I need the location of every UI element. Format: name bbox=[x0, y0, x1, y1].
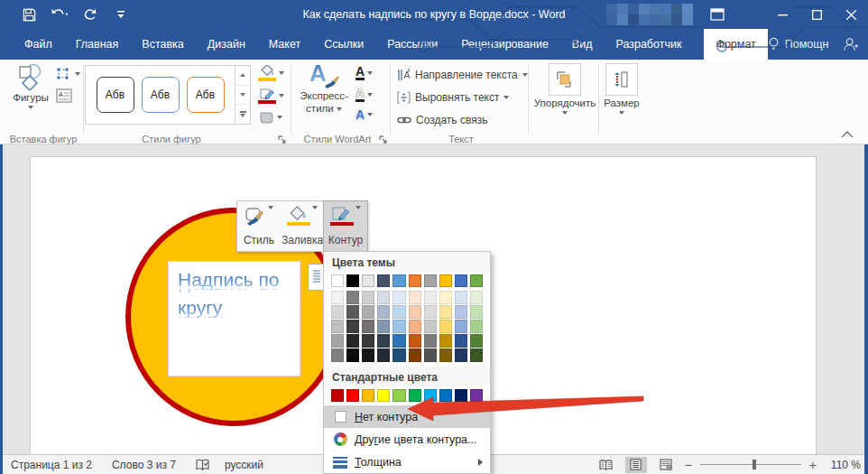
standard-color-swatch-3[interactable] bbox=[362, 389, 374, 402]
theme-variant-swatch-c7-r1[interactable] bbox=[424, 291, 437, 304]
theme-variant-swatch-c1-r2[interactable] bbox=[331, 305, 344, 319]
undo-icon[interactable] bbox=[49, 4, 70, 25]
standard-color-swatch-1[interactable] bbox=[331, 389, 344, 402]
shape-styles-dialog-launcher-icon[interactable] bbox=[278, 135, 287, 144]
theme-color-swatch-1[interactable] bbox=[331, 274, 344, 287]
tab-макет[interactable]: Макет bbox=[257, 29, 312, 60]
theme-color-swatch-10[interactable] bbox=[470, 274, 483, 287]
gallery-scroll-down-icon[interactable] bbox=[235, 86, 250, 106]
menu-item-weight[interactable]: Толщина bbox=[324, 451, 490, 473]
theme-variant-swatch-c4-r5[interactable] bbox=[377, 349, 390, 362]
theme-variant-swatch-c4-r4[interactable] bbox=[377, 334, 390, 348]
theme-color-swatch-6[interactable] bbox=[409, 274, 421, 287]
theme-variant-swatch-c2-r2[interactable] bbox=[346, 305, 359, 319]
theme-variant-swatch-c10-r5[interactable] bbox=[470, 349, 483, 362]
theme-variant-swatch-c5-r5[interactable] bbox=[392, 349, 405, 362]
customize-qat-icon[interactable] bbox=[110, 4, 132, 25]
theme-variant-swatch-c5-r3[interactable] bbox=[392, 320, 405, 333]
theme-variant-swatch-c6-r4[interactable] bbox=[409, 334, 421, 348]
standard-color-swatch-10[interactable] bbox=[470, 389, 483, 402]
text-effects-button[interactable]: А bbox=[356, 109, 373, 120]
theme-variant-swatch-c1-r1[interactable] bbox=[331, 291, 344, 304]
tab-рассылки[interactable]: Рассылки bbox=[375, 29, 449, 60]
minimize-icon[interactable] bbox=[765, 0, 799, 29]
size-button[interactable]: Размер bbox=[603, 63, 641, 115]
shape-fill-button[interactable] bbox=[258, 65, 284, 81]
theme-variant-swatch-c3-r5[interactable] bbox=[362, 349, 374, 362]
print-layout-view-button[interactable] bbox=[625, 457, 647, 473]
theme-variant-swatch-c4-r2[interactable] bbox=[377, 305, 390, 319]
text-direction-button[interactable]: Направление текста bbox=[397, 69, 528, 81]
theme-variant-swatch-c9-r3[interactable] bbox=[455, 320, 467, 333]
wordart-dialog-launcher-icon[interactable] bbox=[379, 135, 388, 144]
read-mode-view-button[interactable] bbox=[596, 457, 617, 473]
theme-variant-swatch-c10-r2[interactable] bbox=[470, 305, 483, 319]
menu-item-no-outline[interactable]: Нет контура bbox=[324, 405, 490, 428]
theme-color-swatch-5[interactable] bbox=[392, 274, 405, 287]
theme-variant-swatch-c2-r4[interactable] bbox=[346, 334, 359, 348]
tab-файл[interactable]: Файл bbox=[13, 29, 64, 60]
wordart-quick-styles-button[interactable]: А Экспресс- стили bbox=[298, 63, 350, 114]
tab-разработчик[interactable]: Разработчик bbox=[604, 29, 693, 60]
theme-variant-swatch-c2-r3[interactable] bbox=[346, 320, 359, 333]
edit-shape-button[interactable] bbox=[56, 67, 80, 81]
wordart-text-box[interactable]: Надпись по Надпись по кругу кругу bbox=[168, 261, 300, 376]
create-link-button[interactable]: Создать связь bbox=[397, 114, 487, 126]
theme-variant-swatch-c9-r5[interactable] bbox=[455, 349, 467, 362]
standard-color-swatch-6[interactable] bbox=[409, 389, 421, 402]
standard-color-swatch-4[interactable] bbox=[377, 389, 390, 402]
theme-variant-swatch-c10-r3[interactable] bbox=[470, 320, 483, 333]
theme-variant-swatch-c5-r1[interactable] bbox=[392, 291, 405, 304]
theme-variant-swatch-c1-r4[interactable] bbox=[331, 334, 344, 348]
theme-variant-swatch-c3-r2[interactable] bbox=[362, 305, 374, 319]
shape-style-thumbnail-2[interactable]: Абв bbox=[142, 77, 180, 113]
theme-color-swatch-2[interactable] bbox=[346, 274, 359, 287]
standard-color-swatch-7[interactable] bbox=[424, 389, 437, 402]
theme-variant-swatch-c8-r2[interactable] bbox=[439, 305, 452, 319]
zoom-slider-handle[interactable] bbox=[753, 460, 756, 469]
theme-variant-swatch-c8-r3[interactable] bbox=[439, 320, 452, 333]
collapse-ribbon-icon[interactable] bbox=[841, 130, 854, 138]
shape-styles-gallery[interactable]: АбвАбвАбв bbox=[85, 65, 251, 125]
theme-variant-swatch-c8-r1[interactable] bbox=[439, 291, 452, 304]
theme-variant-swatch-c7-r3[interactable] bbox=[424, 320, 437, 333]
standard-color-swatch-9[interactable] bbox=[455, 389, 467, 402]
gallery-scroll-up-icon[interactable] bbox=[235, 66, 250, 86]
theme-variant-swatch-c5-r4[interactable] bbox=[392, 334, 405, 348]
tab-рецензирование[interactable]: Рецензирование bbox=[449, 29, 560, 60]
theme-variant-swatch-c1-r5[interactable] bbox=[331, 349, 344, 362]
theme-variant-swatch-c6-r2[interactable] bbox=[409, 305, 421, 319]
theme-color-swatch-7[interactable] bbox=[424, 274, 437, 287]
tab-вид[interactable]: Вид bbox=[560, 29, 605, 60]
tab-дизайн[interactable]: Дизайн bbox=[196, 29, 257, 60]
theme-color-swatch-8[interactable] bbox=[439, 274, 452, 287]
standard-color-swatch-2[interactable] bbox=[346, 389, 359, 402]
theme-variant-swatch-c3-r1[interactable] bbox=[362, 291, 374, 304]
mini-fill-button[interactable]: Заливка bbox=[281, 201, 324, 251]
theme-variant-swatch-c9-r4[interactable] bbox=[455, 334, 467, 348]
theme-color-swatch-9[interactable] bbox=[455, 274, 467, 287]
language-indicator[interactable]: русский bbox=[225, 459, 263, 471]
standard-color-swatch-8[interactable] bbox=[439, 389, 452, 402]
theme-variant-swatch-c9-r1[interactable] bbox=[455, 291, 467, 304]
tab-формат[interactable]: Формат bbox=[704, 29, 767, 60]
shape-style-thumbnail-1[interactable]: Абв bbox=[97, 77, 134, 113]
theme-variant-swatch-c10-r4[interactable] bbox=[470, 334, 483, 348]
page-indicator[interactable]: Страница 1 из 2 bbox=[11, 459, 92, 471]
theme-variant-swatch-c6-r5[interactable] bbox=[409, 349, 421, 362]
theme-variant-swatch-c7-r5[interactable] bbox=[424, 349, 437, 362]
gallery-more-icon[interactable] bbox=[235, 105, 250, 124]
proofing-icon[interactable] bbox=[196, 459, 210, 471]
tab-ссылки[interactable]: Ссылки bbox=[312, 29, 375, 60]
theme-color-swatch-3[interactable] bbox=[362, 274, 374, 287]
theme-variant-swatch-c10-r1[interactable] bbox=[470, 291, 483, 304]
zoom-in-icon[interactable]: + bbox=[809, 459, 817, 471]
maximize-icon[interactable] bbox=[799, 0, 834, 29]
zoom-slider[interactable] bbox=[700, 464, 801, 465]
shape-effects-button[interactable] bbox=[258, 110, 282, 125]
tab-вставка[interactable]: Вставка bbox=[130, 29, 195, 60]
theme-variant-swatch-c5-r2[interactable] bbox=[392, 305, 405, 319]
theme-variant-swatch-c2-r5[interactable] bbox=[346, 349, 359, 362]
theme-variant-swatch-c4-r1[interactable] bbox=[377, 291, 390, 304]
theme-variant-swatch-c8-r5[interactable] bbox=[439, 349, 452, 362]
